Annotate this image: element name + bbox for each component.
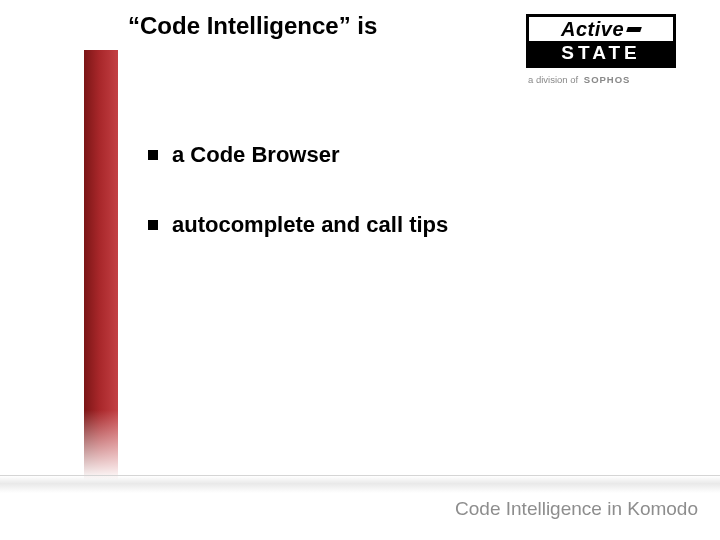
brand-logo-top: Active [529,17,673,41]
bullet-text: a Code Browser [172,142,340,168]
list-item: autocomplete and call tips [148,212,680,238]
brand-logo-subline: a division of SOPHOS [526,74,676,85]
footer-divider [0,475,720,493]
brand-logo-box: Active STATE [526,14,676,68]
accent-sidebar [84,50,118,480]
brand-logo-top-text: Active [561,19,624,39]
bullet-text: autocomplete and call tips [172,212,448,238]
dash-icon [626,27,642,32]
brand-logo-subline-prefix: a division of [528,74,578,85]
bullet-square-icon [148,150,158,160]
slide: “Code Intelligence” is Active STATE a di… [0,0,720,540]
brand-logo-subline-brand: SOPHOS [584,74,631,85]
slide-title: “Code Intelligence” is [128,12,377,40]
brand-logo-bottom-text: STATE [529,41,673,65]
bullet-list: a Code Browser autocomplete and call tip… [148,142,680,282]
brand-logo: Active STATE a division of SOPHOS [526,14,676,85]
bullet-square-icon [148,220,158,230]
footer-text: Code Intelligence in Komodo [455,498,698,520]
list-item: a Code Browser [148,142,680,168]
